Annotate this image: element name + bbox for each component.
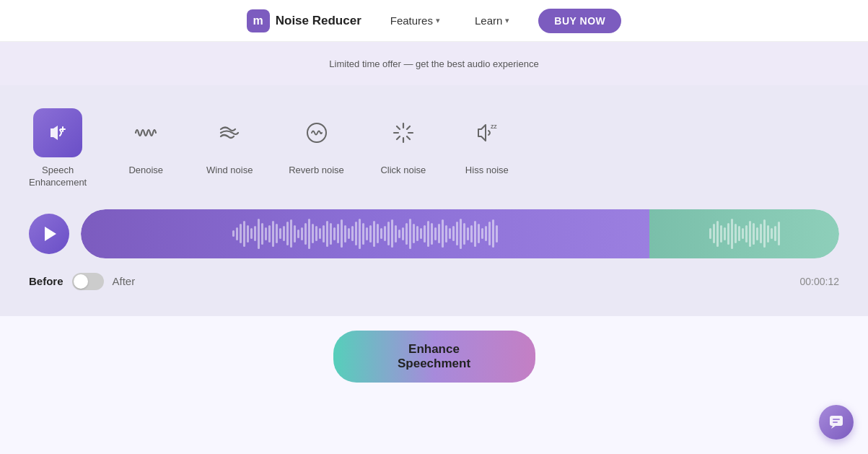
wave-bar	[756, 227, 758, 240]
tool-speech-enhancement[interactable]: SpeechEnhancement	[29, 108, 87, 189]
wave-bar	[250, 228, 253, 239]
wave-bar	[735, 224, 737, 243]
reverb-noise-icon-wrapper	[292, 108, 341, 157]
speaker-plus-icon	[46, 121, 69, 144]
wave-bar	[247, 225, 249, 243]
click-noise-icon-wrapper	[379, 108, 428, 157]
play-button[interactable]	[29, 214, 69, 254]
chat-bubble-button[interactable]	[819, 405, 854, 440]
nav-features[interactable]: Features ▾	[385, 12, 446, 30]
svg-rect-14	[833, 422, 838, 423]
tool-hiss-noise[interactable]: ZZ Hiss noise	[463, 108, 512, 177]
wave-bar	[315, 226, 317, 241]
wave-bar	[749, 221, 751, 247]
wave-bar	[413, 224, 415, 243]
logo-letter: m	[253, 14, 263, 27]
learn-chevron-icon: ▾	[505, 16, 509, 25]
wave-bar	[774, 226, 776, 241]
wave-bar	[470, 225, 473, 243]
after-wave-bars	[698, 209, 792, 258]
denoise-label: Denoise	[128, 165, 163, 177]
wave-bar	[279, 228, 281, 239]
wave-bar	[323, 225, 325, 243]
wave-bar	[771, 228, 773, 239]
wave-bar	[763, 219, 766, 248]
wave-bar	[366, 227, 368, 240]
waveform-after	[649, 209, 839, 258]
svg-line-7	[397, 126, 400, 129]
wave-bar	[738, 226, 740, 241]
wave-bar	[341, 219, 343, 248]
wave-bar	[452, 226, 455, 241]
reverb-noise-label: Reverb noise	[289, 165, 344, 177]
wave-bar	[460, 219, 462, 249]
wave-bar	[724, 227, 726, 240]
nav-title: Noise Reducer	[276, 14, 361, 28]
tool-denoise[interactable]: Denoise	[121, 108, 170, 177]
tool-click-noise[interactable]: Click noise	[379, 108, 428, 177]
wave-bar	[301, 227, 303, 240]
buy-now-button[interactable]: BUY NOW	[538, 9, 621, 33]
wave-bar	[395, 225, 397, 243]
wave-bar	[445, 225, 447, 243]
svg-line-10	[397, 136, 400, 139]
wave-bar	[463, 223, 465, 245]
wave-bar	[330, 223, 332, 245]
wave-bar	[424, 225, 426, 243]
tool-wind-noise[interactable]: Wind noise	[205, 108, 254, 177]
volume-zzz-icon: ZZ	[474, 120, 500, 146]
wave-bar	[760, 224, 762, 243]
wave-bar	[286, 222, 289, 245]
nav-learn[interactable]: Learn ▾	[469, 12, 515, 30]
click-noise-label: Click noise	[380, 165, 426, 177]
svg-rect-12	[830, 416, 843, 426]
hiss-noise-icon-wrapper: ZZ	[463, 108, 512, 157]
wave-bar	[254, 226, 256, 241]
wave-bar	[319, 228, 321, 239]
wave-bar	[478, 224, 480, 243]
wave-bar	[377, 224, 379, 243]
wave-bar	[268, 225, 271, 243]
wave-bar	[297, 230, 299, 238]
enhance-button[interactable]: Enhance Speechment	[333, 331, 535, 383]
chat-icon	[828, 414, 845, 431]
waveform-icon	[133, 120, 159, 146]
waveform-container[interactable]	[81, 209, 839, 258]
wave-bar	[449, 228, 451, 239]
tool-reverb-noise[interactable]: Reverb noise	[289, 108, 344, 177]
wave-bar	[488, 222, 491, 245]
wave-bar	[362, 223, 364, 245]
wave-bar	[265, 227, 267, 240]
promo-bar: Limited time offer — get the best audio …	[0, 42, 868, 85]
wave-bar	[402, 227, 404, 240]
wave-bar	[258, 219, 260, 249]
wave-bar	[709, 228, 711, 239]
svg-line-8	[407, 136, 410, 139]
wind-noise-label: Wind noise	[206, 165, 253, 177]
wave-bar	[373, 221, 375, 247]
wave-bar	[312, 224, 314, 243]
enhance-section: Enhance Speechment	[0, 316, 868, 390]
before-after-toggle[interactable]	[72, 273, 104, 290]
denoise-icon-wrapper	[121, 108, 170, 157]
main-section: SpeechEnhancement Denoise Wind noise	[0, 85, 868, 316]
svg-rect-13	[833, 419, 840, 420]
timestamp: 00:00:12	[800, 276, 840, 287]
svg-line-9	[407, 126, 410, 129]
wave-bar	[290, 219, 292, 248]
after-label: After	[113, 275, 136, 287]
wave-bar	[355, 222, 357, 245]
wave-bar	[387, 222, 390, 245]
wave-bar	[467, 227, 469, 240]
wave-bar	[333, 227, 336, 240]
wave-bar	[716, 221, 719, 247]
wave-bar	[778, 222, 780, 245]
wave-bar	[409, 219, 411, 249]
wave-bar	[283, 226, 285, 241]
nav-logo[interactable]: m Noise Reducer	[247, 9, 361, 32]
wave-bar	[742, 228, 744, 239]
speech-enhancement-icon-wrapper	[33, 108, 82, 157]
wave-bar	[727, 223, 729, 245]
wave-bar	[434, 227, 437, 240]
wave-bar	[359, 219, 361, 249]
